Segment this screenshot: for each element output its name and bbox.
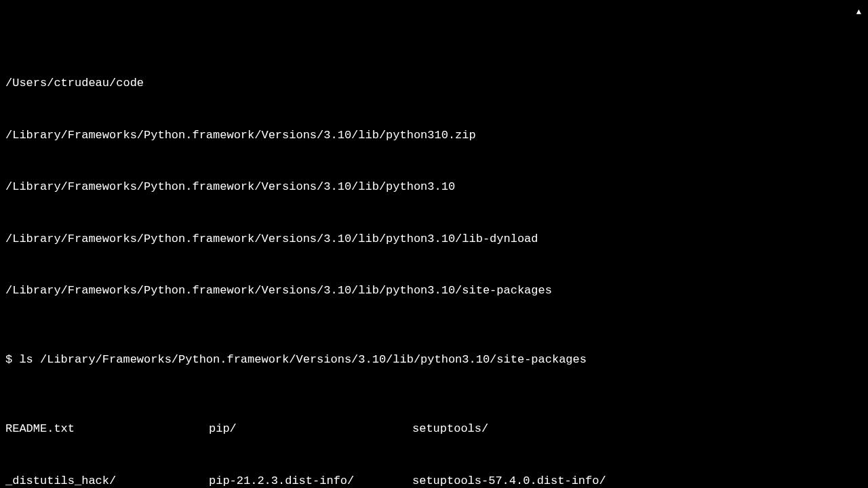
scroll-up-indicator: ▲ — [856, 4, 861, 22]
output-line: /Library/Frameworks/Python.framework/Ver… — [5, 178, 863, 196]
ls-output-row: README.txtpip/setuptools/ — [5, 420, 863, 438]
output-line: /Library/Frameworks/Python.framework/Ver… — [5, 282, 863, 300]
terminal-window[interactable]: ▲ /Users/ctrudeau/code /Library/Framewor… — [0, 0, 868, 488]
command-line: $ ls /Library/Frameworks/Python.framewor… — [5, 351, 863, 369]
output-line: /Library/Frameworks/Python.framework/Ver… — [5, 230, 863, 248]
output-line: /Users/ctrudeau/code — [5, 75, 863, 92]
output-line: /Library/Frameworks/Python.framework/Ver… — [5, 127, 863, 144]
ls-output-row: _distutils_hack/pip-21.2.3.dist-info/set… — [5, 472, 863, 489]
